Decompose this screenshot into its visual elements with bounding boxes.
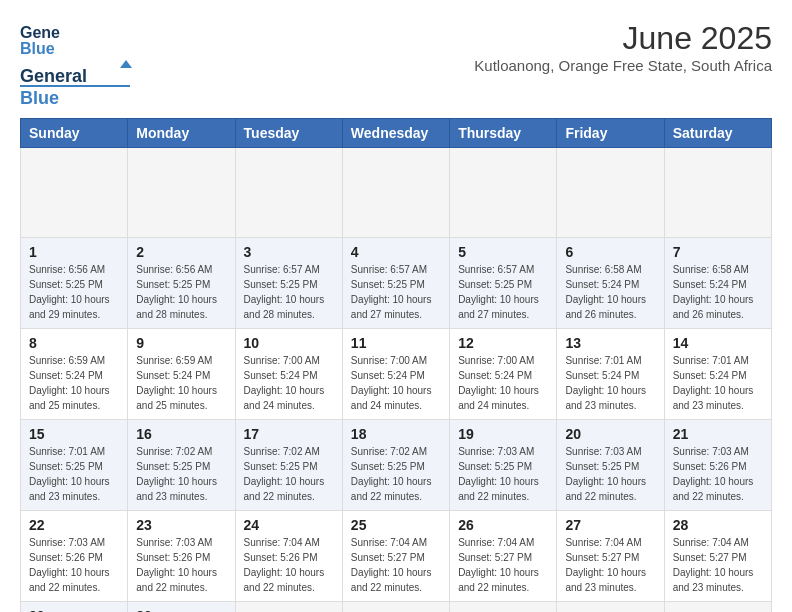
- day-info: Sunrise: 6:58 AMSunset: 5:24 PMDaylight:…: [565, 262, 655, 322]
- svg-text:General: General: [20, 24, 60, 41]
- day-number: 8: [29, 335, 119, 351]
- svg-text:Blue: Blue: [20, 88, 59, 108]
- day-info: Sunrise: 7:03 AMSunset: 5:25 PMDaylight:…: [458, 444, 548, 504]
- day-info: Sunrise: 7:01 AMSunset: 5:24 PMDaylight:…: [673, 353, 763, 413]
- calendar-week-3: 15Sunrise: 7:01 AMSunset: 5:25 PMDayligh…: [21, 420, 772, 511]
- day-number: 24: [244, 517, 334, 533]
- calendar-cell: [342, 148, 449, 238]
- day-info: Sunrise: 6:57 AMSunset: 5:25 PMDaylight:…: [244, 262, 334, 322]
- day-number: 11: [351, 335, 441, 351]
- day-number: 15: [29, 426, 119, 442]
- calendar-cell: [128, 148, 235, 238]
- logo: General Blue General Blue: [20, 20, 140, 110]
- day-number: 6: [565, 244, 655, 260]
- day-number: 7: [673, 244, 763, 260]
- day-info: Sunrise: 6:57 AMSunset: 5:25 PMDaylight:…: [351, 262, 441, 322]
- calendar-cell: 25Sunrise: 7:04 AMSunset: 5:27 PMDayligh…: [342, 511, 449, 602]
- calendar-cell: 21Sunrise: 7:03 AMSunset: 5:26 PMDayligh…: [664, 420, 771, 511]
- day-info: Sunrise: 7:04 AMSunset: 5:27 PMDaylight:…: [351, 535, 441, 595]
- day-info: Sunrise: 7:02 AMSunset: 5:25 PMDaylight:…: [136, 444, 226, 504]
- day-number: 9: [136, 335, 226, 351]
- calendar-cell: 22Sunrise: 7:03 AMSunset: 5:26 PMDayligh…: [21, 511, 128, 602]
- day-info: Sunrise: 7:01 AMSunset: 5:25 PMDaylight:…: [29, 444, 119, 504]
- calendar-cell: 10Sunrise: 7:00 AMSunset: 5:24 PMDayligh…: [235, 329, 342, 420]
- calendar-cell: [342, 602, 449, 613]
- col-sunday: Sunday: [21, 119, 128, 148]
- day-info: Sunrise: 7:03 AMSunset: 5:25 PMDaylight:…: [565, 444, 655, 504]
- calendar-week-0: [21, 148, 772, 238]
- day-info: Sunrise: 6:57 AMSunset: 5:25 PMDaylight:…: [458, 262, 548, 322]
- day-number: 25: [351, 517, 441, 533]
- calendar-cell: [664, 602, 771, 613]
- logo-icon: General Blue: [20, 20, 60, 60]
- day-number: 22: [29, 517, 119, 533]
- col-friday: Friday: [557, 119, 664, 148]
- svg-marker-4: [120, 60, 132, 68]
- calendar-cell: 8Sunrise: 6:59 AMSunset: 5:24 PMDaylight…: [21, 329, 128, 420]
- day-number: 5: [458, 244, 548, 260]
- day-info: Sunrise: 7:04 AMSunset: 5:27 PMDaylight:…: [565, 535, 655, 595]
- calendar-header-row: Sunday Monday Tuesday Wednesday Thursday…: [21, 119, 772, 148]
- calendar-cell: [21, 148, 128, 238]
- title-area: June 2025 Kutloanong, Orange Free State,…: [474, 20, 772, 74]
- calendar-cell: [557, 602, 664, 613]
- calendar-week-5: 29Sunrise: 7:04 AMSunset: 5:28 PMDayligh…: [21, 602, 772, 613]
- day-number: 29: [29, 608, 119, 612]
- svg-text:Blue: Blue: [20, 40, 55, 57]
- day-number: 2: [136, 244, 226, 260]
- calendar-cell: 24Sunrise: 7:04 AMSunset: 5:26 PMDayligh…: [235, 511, 342, 602]
- calendar-cell: 27Sunrise: 7:04 AMSunset: 5:27 PMDayligh…: [557, 511, 664, 602]
- day-info: Sunrise: 7:03 AMSunset: 5:26 PMDaylight:…: [673, 444, 763, 504]
- col-monday: Monday: [128, 119, 235, 148]
- day-number: 21: [673, 426, 763, 442]
- day-number: 26: [458, 517, 548, 533]
- calendar-cell: 9Sunrise: 6:59 AMSunset: 5:24 PMDaylight…: [128, 329, 235, 420]
- col-wednesday: Wednesday: [342, 119, 449, 148]
- calendar-cell: 5Sunrise: 6:57 AMSunset: 5:25 PMDaylight…: [450, 238, 557, 329]
- day-number: 17: [244, 426, 334, 442]
- header: General Blue General Blue June 2025 Kutl…: [20, 20, 772, 110]
- day-info: Sunrise: 6:56 AMSunset: 5:25 PMDaylight:…: [136, 262, 226, 322]
- day-number: 20: [565, 426, 655, 442]
- calendar-cell: 2Sunrise: 6:56 AMSunset: 5:25 PMDaylight…: [128, 238, 235, 329]
- day-number: 4: [351, 244, 441, 260]
- location-subtitle: Kutloanong, Orange Free State, South Afr…: [474, 57, 772, 74]
- calendar-week-1: 1Sunrise: 6:56 AMSunset: 5:25 PMDaylight…: [21, 238, 772, 329]
- day-info: Sunrise: 6:59 AMSunset: 5:24 PMDaylight:…: [29, 353, 119, 413]
- calendar-cell: 17Sunrise: 7:02 AMSunset: 5:25 PMDayligh…: [235, 420, 342, 511]
- day-info: Sunrise: 7:02 AMSunset: 5:25 PMDaylight:…: [244, 444, 334, 504]
- day-info: Sunrise: 7:00 AMSunset: 5:24 PMDaylight:…: [244, 353, 334, 413]
- svg-text:General: General: [20, 66, 87, 86]
- calendar-cell: 15Sunrise: 7:01 AMSunset: 5:25 PMDayligh…: [21, 420, 128, 511]
- calendar-cell: 13Sunrise: 7:01 AMSunset: 5:24 PMDayligh…: [557, 329, 664, 420]
- day-number: 1: [29, 244, 119, 260]
- col-saturday: Saturday: [664, 119, 771, 148]
- calendar-cell: 12Sunrise: 7:00 AMSunset: 5:24 PMDayligh…: [450, 329, 557, 420]
- calendar-cell: 4Sunrise: 6:57 AMSunset: 5:25 PMDaylight…: [342, 238, 449, 329]
- day-info: Sunrise: 7:04 AMSunset: 5:27 PMDaylight:…: [673, 535, 763, 595]
- day-number: 27: [565, 517, 655, 533]
- calendar-cell: 30Sunrise: 7:04 AMSunset: 5:28 PMDayligh…: [128, 602, 235, 613]
- day-number: 12: [458, 335, 548, 351]
- day-number: 10: [244, 335, 334, 351]
- calendar-cell: [235, 602, 342, 613]
- day-info: Sunrise: 7:01 AMSunset: 5:24 PMDaylight:…: [565, 353, 655, 413]
- day-info: Sunrise: 7:04 AMSunset: 5:27 PMDaylight:…: [458, 535, 548, 595]
- calendar-cell: [450, 602, 557, 613]
- day-number: 18: [351, 426, 441, 442]
- calendar-cell: 26Sunrise: 7:04 AMSunset: 5:27 PMDayligh…: [450, 511, 557, 602]
- calendar-cell: 11Sunrise: 7:00 AMSunset: 5:24 PMDayligh…: [342, 329, 449, 420]
- day-number: 23: [136, 517, 226, 533]
- calendar-cell: 18Sunrise: 7:02 AMSunset: 5:25 PMDayligh…: [342, 420, 449, 511]
- day-number: 14: [673, 335, 763, 351]
- calendar-table: Sunday Monday Tuesday Wednesday Thursday…: [20, 118, 772, 612]
- calendar-cell: 19Sunrise: 7:03 AMSunset: 5:25 PMDayligh…: [450, 420, 557, 511]
- month-title: June 2025: [474, 20, 772, 57]
- day-info: Sunrise: 7:03 AMSunset: 5:26 PMDaylight:…: [136, 535, 226, 595]
- calendar-week-4: 22Sunrise: 7:03 AMSunset: 5:26 PMDayligh…: [21, 511, 772, 602]
- day-info: Sunrise: 7:04 AMSunset: 5:26 PMDaylight:…: [244, 535, 334, 595]
- col-thursday: Thursday: [450, 119, 557, 148]
- day-info: Sunrise: 7:00 AMSunset: 5:24 PMDaylight:…: [351, 353, 441, 413]
- day-number: 13: [565, 335, 655, 351]
- day-info: Sunrise: 6:58 AMSunset: 5:24 PMDaylight:…: [673, 262, 763, 322]
